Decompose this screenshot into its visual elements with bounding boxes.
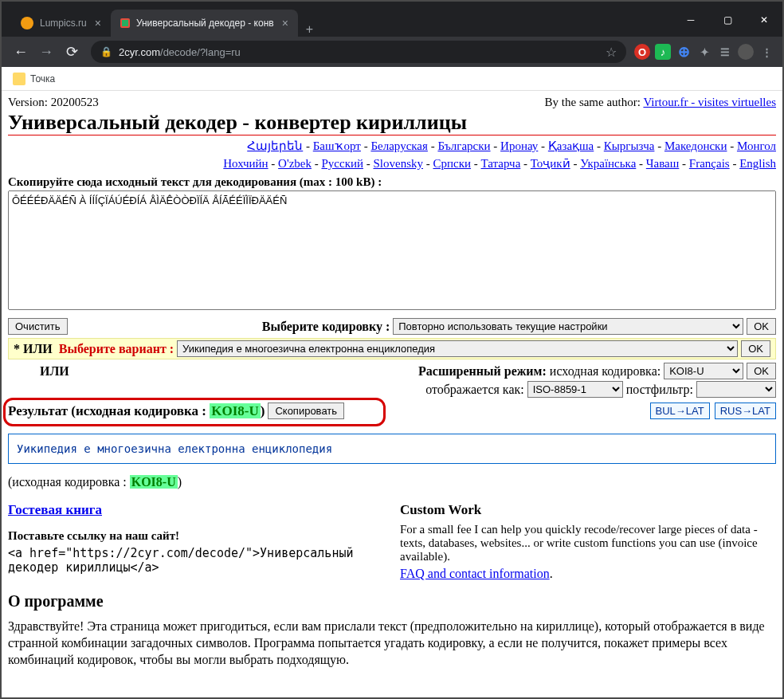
close-window-button[interactable]: ✕ [746,8,782,32]
lang-link[interactable]: English [739,157,776,170]
maximize-button[interactable]: ▢ [709,8,746,32]
extensions-icon[interactable]: ✦ [696,44,712,60]
ok-button-3[interactable]: OK [747,363,776,379]
lang-link[interactable]: Нохчийн [223,157,268,170]
disp-encoding-select[interactable]: ISO-8859-1 [527,381,623,398]
tab-lumpics[interactable]: Lumpics.ru × [11,10,111,37]
tab-title: Универсальный декодер - конв [136,18,274,29]
custom-work-heading: Custom Work [400,502,776,518]
page-title: Универсальный декодер - конвертер кирилл… [8,111,776,135]
lang-link[interactable]: Français [689,157,730,170]
star-text: * [14,342,20,356]
ext-music-icon[interactable]: ♪ [655,44,671,60]
language-links-row-1: Հայերեն - Башҡорт - Беларуская - Българс… [8,139,776,153]
favicon-icon [21,17,33,29]
link-code: <a href="https://2cyr.com/decode/">Униве… [8,546,384,575]
result-box: Уикипедия е многоезична електронна енцик… [8,434,776,464]
faq-link[interactable]: FAQ and contact information [400,567,550,580]
version-text: Version: 20200523 [8,96,99,109]
lang-link[interactable]: Монгол [737,139,776,152]
language-links-row-2: Нохчийн - O'zbek - Русский - Slovensky -… [8,156,776,171]
lang-link[interactable]: Қазақша [548,139,594,152]
bookmark-label: Точка [30,73,55,84]
ok-button-2[interactable]: OK [741,340,770,357]
src-note-a: (исходная кодировка : [8,475,130,489]
about-heading: О программе [8,592,776,611]
ext-mode-label: Расширенный режим: [418,364,547,379]
rus-lat-button[interactable]: RUS→LAT [715,403,776,419]
close-icon[interactable]: × [95,17,101,29]
lang-link[interactable]: Български [437,139,490,152]
url-input[interactable]: 🔒 2cyr.com/decode/?lang=ru ☆ [91,41,626,63]
about-text: Здравствуйте! Эта страница может пригоди… [8,618,776,668]
lang-link[interactable]: Иронау [500,139,538,152]
lang-link[interactable]: Русский [321,157,363,170]
ext-src-label: исходная кодировка: [550,364,661,379]
clear-button[interactable]: Очистить [8,318,68,335]
custom-work-text: For a small fee I can help you quickly r… [400,523,776,564]
page-content: Version: 20200523 By the same author: Vi… [2,91,782,673]
ext-globe-icon[interactable]: ⊕ [676,44,692,60]
profile-avatar[interactable] [738,44,754,60]
variant-label: Выберите вариант : [59,342,174,356]
lang-link[interactable]: Српски [433,157,471,170]
postfilter-select[interactable] [696,381,776,398]
virtour-link[interactable]: Virtour.fr - visites virtuelles [643,96,776,108]
or-label: ИЛИ [23,342,53,356]
lang-link[interactable]: Українська [580,157,636,170]
encoding-label: Выберите кодировку : [262,320,390,334]
address-bar: ← → ⟳ 🔒 2cyr.com/decode/?lang=ru ☆ O ♪ ⊕… [2,37,782,67]
url-path: /decode/?lang=ru [160,46,241,58]
result-label: Результат (исходная кодировка : [8,403,210,418]
src-note-enc: KOI8-U [130,475,178,489]
minimize-button[interactable]: ─ [672,8,709,32]
result-encoding: KOI8-U [210,403,261,418]
new-tab-button[interactable]: + [298,22,321,37]
ext-disp-label: отображается как: [425,383,524,397]
favicon-icon [120,18,130,28]
url-host: 2cyr.com [119,46,160,58]
menu-icon[interactable]: ⋮ [759,44,774,60]
ok-button-1[interactable]: OK [747,318,776,335]
encoding-select[interactable]: Повторно использовать текущие настройки [393,318,743,335]
lang-link[interactable]: Беларуская [370,139,428,152]
close-icon[interactable]: × [282,17,288,29]
reading-list-icon[interactable]: ☰ [717,44,733,60]
tab-bar: Lumpics.ru × Универсальный декодер - кон… [2,8,782,37]
lang-link[interactable]: Татарча [481,157,521,170]
lang-link[interactable]: Հայերեն [247,139,303,152]
folder-icon [13,73,25,85]
variant-select[interactable]: Уикипедия е многоезична електронна енцик… [177,340,738,357]
src-encoding-select[interactable]: KOI8-U [664,363,743,379]
tab-title: Lumpics.ru [40,18,87,29]
lang-link[interactable]: O'zbek [278,157,312,170]
bookmarks-bar: Точка [2,67,782,91]
copy-button[interactable]: Скопировать [268,403,344,419]
reload-button[interactable]: ⟳ [61,41,83,63]
guestbook-link[interactable]: Гостевая книга [8,502,102,517]
source-textarea[interactable] [8,190,776,310]
lang-link[interactable]: Башҡорт [313,139,361,152]
forward-button: → [35,41,57,63]
lang-link[interactable]: Тоҷикӣ [531,157,570,170]
source-prompt: Скопируйте сюда исходный текст для декод… [8,175,776,189]
ext-opera-icon[interactable]: O [634,44,650,60]
link-prompt: Поставьте ссылку на наш сайт! [8,529,384,543]
bul-lat-button[interactable]: BUL→LAT [650,403,710,419]
lang-link[interactable]: Slovensky [373,157,423,170]
bookmark-tochka[interactable]: Точка [13,73,55,85]
lock-icon: 🔒 [100,46,112,57]
ext-post-label: постфильтр: [626,383,693,397]
lang-link[interactable]: Чаваш [646,157,680,170]
lang-link[interactable]: Македонски [664,139,727,152]
lang-link[interactable]: Кыргызча [604,139,655,152]
or-label-2: ИЛИ [40,364,69,379]
by-author-text: By the same author: [545,96,644,108]
bookmark-star-icon[interactable]: ☆ [606,45,617,60]
tab-decoder[interactable]: Универсальный декодер - конв × [111,10,298,37]
back-button[interactable]: ← [10,41,32,63]
